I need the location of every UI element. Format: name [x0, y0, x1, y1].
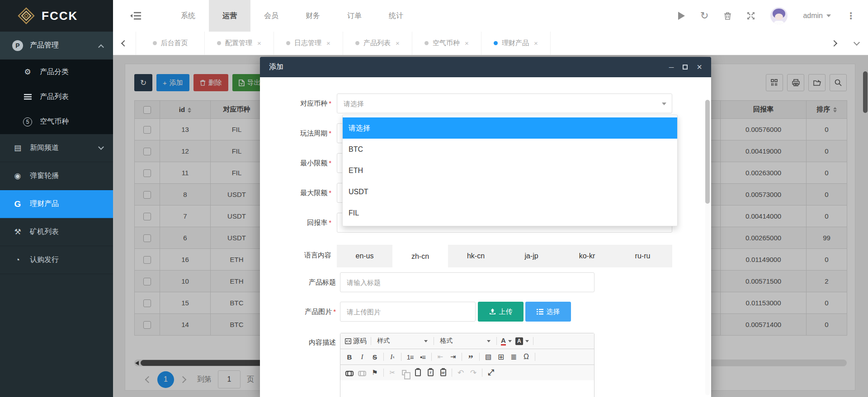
fullscreen-icon[interactable] [747, 12, 755, 20]
paste-button[interactable] [411, 367, 424, 378]
tab-dot [355, 41, 359, 45]
top-menu-stats[interactable]: 统计 [375, 0, 417, 32]
special-char-button[interactable]: Ω [520, 351, 533, 363]
lang-tab-ja-jp[interactable]: ja-jp [504, 245, 559, 267]
dialog-scrollbar[interactable] [705, 100, 710, 395]
redo-button[interactable]: ↷ [467, 367, 480, 378]
dropdown-option[interactable]: 请选择 [343, 117, 677, 139]
anchor-flag-button[interactable]: ⚑ [368, 367, 381, 378]
minimize-icon[interactable]: ─ [669, 63, 674, 71]
sidebar-item-air-coin[interactable]: 5 空气币种 [0, 109, 113, 134]
paste-word-button[interactable]: W [437, 367, 449, 378]
bulleted-list-button[interactable]: •≡ [416, 351, 429, 363]
lang-tab-zh-cn[interactable]: zh-cn [392, 245, 448, 268]
tabs-scroll-left-button[interactable] [113, 32, 136, 55]
tab-dot [153, 41, 157, 45]
coin-5-icon: 5 [22, 117, 33, 126]
lang-tab-hk-cn[interactable]: hk-cn [448, 245, 504, 267]
choose-button[interactable]: 选择 [525, 302, 571, 322]
style-combo[interactable]: 样式 [373, 335, 431, 347]
bg-color-button[interactable]: A [514, 335, 531, 347]
text-color-button[interactable]: A [499, 335, 514, 347]
sidebar-item-product-category[interactable]: ⚙ 产品分类 [0, 60, 113, 84]
sidebar-item-subscribe-issue[interactable]: ◔ 认购发行 [0, 246, 113, 274]
sidebar-item-popup-carousel[interactable]: ◉ 弹窗轮播 [0, 162, 113, 190]
coin-select[interactable] [337, 93, 672, 113]
top-menu-operation[interactable]: 运营 [209, 0, 250, 32]
sidebar-item-news-channel[interactable]: ▤ 新闻频道 [0, 134, 113, 162]
lang-tab-ru-ru[interactable]: ru-ru [615, 245, 670, 267]
editor-content[interactable] [340, 380, 594, 397]
close-icon[interactable]: × [396, 39, 400, 47]
brand[interactable]: FCCK [0, 0, 113, 32]
lang-tab-en-us[interactable]: en-us [337, 245, 392, 267]
sidebar-item-finance-product[interactable]: G 理财产品 [0, 190, 113, 218]
horizontal-rule-button[interactable]: ≣ [507, 351, 520, 363]
top-menu-member[interactable]: 会员 [250, 0, 292, 32]
cut-button[interactable]: ✂ [386, 367, 399, 378]
sidebar-item-product-mgmt[interactable]: P 产品管理 [0, 32, 113, 60]
strikethrough-button[interactable]: S [368, 351, 381, 363]
dropdown-option[interactable]: FIL [343, 202, 677, 224]
copy-button[interactable] [399, 367, 411, 378]
product-image-input[interactable] [340, 302, 476, 322]
sidebar-toggle-icon[interactable] [113, 0, 158, 32]
close-icon[interactable]: × [465, 39, 469, 47]
italic-button[interactable]: I [356, 351, 368, 363]
kebab-menu-icon[interactable]: ⋮ [846, 10, 855, 21]
close-icon[interactable]: × [697, 62, 702, 72]
tabs-scroll-right-button[interactable] [823, 32, 845, 55]
tab-air-coin[interactable]: 空气币种 × [412, 32, 481, 55]
sidebar-item-miner-list[interactable]: ⚒ 矿机列表 [0, 218, 113, 246]
remove-format-button[interactable]: Ix [386, 351, 399, 363]
rich-text-editor: 源码 样式 格式 A A [340, 333, 594, 397]
table-button[interactable]: ⊞ [495, 351, 507, 363]
tab-home[interactable]: 后台首页 [136, 32, 205, 55]
play-icon[interactable] [678, 12, 685, 20]
link-button[interactable] [343, 367, 356, 378]
blockquote-button[interactable]: ” [464, 351, 477, 363]
close-icon[interactable]: × [257, 39, 261, 47]
avatar[interactable] [770, 7, 788, 24]
dropdown-option[interactable]: USDT [343, 181, 677, 202]
outdent-button[interactable]: ⇤ [434, 351, 447, 363]
tab-logs[interactable]: 日志管理 × [274, 32, 343, 55]
paste-text-button[interactable]: T [424, 367, 437, 378]
tab-config[interactable]: 配置管理 × [205, 32, 274, 55]
top-menu-finance[interactable]: 财务 [292, 0, 334, 32]
dialog-header[interactable]: 添加 ─ × [260, 57, 711, 77]
brand-diamond-icon [17, 7, 35, 25]
upload-button[interactable]: 上传 [478, 302, 524, 322]
image-button[interactable]: ▧ [482, 351, 495, 363]
top-menu-system[interactable]: 系统 [167, 0, 209, 32]
tab-product-list[interactable]: 产品列表 × [343, 32, 412, 55]
user-menu[interactable]: admin [803, 12, 831, 20]
language-tabs: en-us zh-cn hk-cn ja-jp ko-kr ru-ru [337, 245, 672, 267]
sidebar-submenu-product: ⚙ 产品分类 产品列表 5 空气币种 [0, 60, 113, 134]
tab-finance-product[interactable]: 理财产品 × [481, 32, 551, 55]
refresh-icon[interactable]: ↻ [700, 10, 708, 22]
tabs-dropdown-button[interactable] [845, 32, 868, 55]
brand-name: FCCK [42, 9, 78, 23]
coin-select-input[interactable] [337, 93, 672, 113]
dropdown-option[interactable]: BTC [343, 139, 677, 160]
close-icon[interactable]: × [326, 39, 330, 47]
indent-button[interactable]: ⇥ [447, 351, 459, 363]
dropdown-option[interactable]: ETH [343, 160, 677, 181]
maximize-button[interactable]: ⤢ [485, 367, 497, 378]
lang-tab-ko-kr[interactable]: ko-kr [559, 245, 615, 267]
trash-icon[interactable] [724, 12, 731, 20]
undo-button[interactable]: ↶ [454, 367, 467, 378]
editor-toolbar-row1: 源码 样式 格式 A A [340, 333, 594, 349]
product-title-input[interactable] [340, 272, 594, 292]
top-menu-order[interactable]: 订单 [334, 0, 375, 32]
maximize-icon[interactable] [683, 65, 688, 70]
bold-button[interactable]: B [343, 351, 356, 363]
unlink-button[interactable] [356, 367, 368, 378]
numbered-list-button[interactable]: 1≡ [404, 351, 416, 363]
dialog-scrollbar-thumb[interactable] [705, 100, 710, 204]
close-icon[interactable]: × [534, 39, 538, 47]
sidebar-item-product-list[interactable]: 产品列表 [0, 84, 113, 109]
format-combo[interactable]: 格式 [436, 335, 494, 347]
source-button[interactable]: 源码 [343, 335, 368, 347]
